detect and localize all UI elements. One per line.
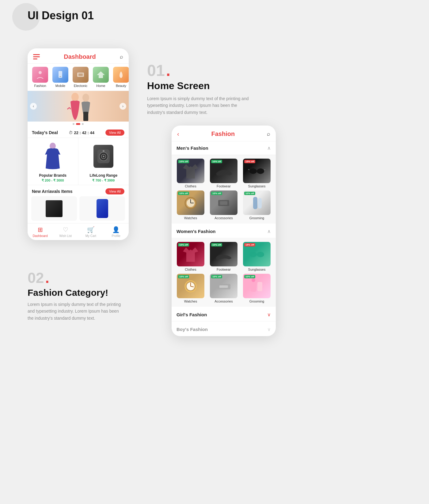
deals-view-all-button[interactable]: View All bbox=[105, 130, 124, 136]
deals-timer: ⏱ 22 : 42 : 44 bbox=[69, 130, 94, 135]
mens-fashion-grid: 10% off Clothes 10% off Footwear 15% off… bbox=[172, 155, 276, 224]
fashion-back-button[interactable]: ‹ bbox=[177, 130, 179, 137]
womens-watches-label: Watches bbox=[184, 299, 197, 303]
arrival-phone-img bbox=[97, 199, 108, 218]
mens-clothes-badge: 10% off bbox=[178, 160, 189, 163]
product-card-2[interactable]: LifeLong Range ₹ 700 - ₹ 3999 bbox=[78, 138, 129, 185]
speaker-box bbox=[93, 145, 113, 168]
mens-watches-cell[interactable]: 10% off Watches bbox=[174, 189, 207, 221]
mens-clothes-cell[interactable]: 10% off Clothes bbox=[174, 157, 207, 189]
page-title: UI Design 01 bbox=[28, 9, 94, 22]
svg-point-7 bbox=[71, 93, 79, 101]
svg-point-30 bbox=[257, 252, 264, 257]
womens-grooming-cell[interactable]: 10% off Grooming bbox=[240, 273, 273, 304]
womens-accessories-cell[interactable]: 10% off Accessories bbox=[207, 273, 240, 304]
category-img-beauty bbox=[113, 67, 129, 83]
new-arrivals-title: New Arriavals Items bbox=[32, 189, 73, 194]
category-item-mobile[interactable]: Mobile bbox=[50, 67, 70, 88]
womens-accessories-label: Accessories bbox=[214, 299, 233, 303]
section1-desc: Lorem Ipsum is simply dummy text of the … bbox=[147, 95, 251, 116]
arrival-bag-img bbox=[46, 200, 63, 217]
nav-item-cart[interactable]: 🛒 My Cart bbox=[78, 226, 104, 238]
womens-footwear-cell[interactable]: 10% off Footwear bbox=[207, 241, 240, 273]
svg-point-40 bbox=[252, 278, 255, 282]
boys-fashion-title: Boy's Fashion bbox=[177, 327, 208, 332]
womens-accessories-badge: 10% off bbox=[211, 275, 222, 278]
product-price-1: ₹ 200 - ₹ 3000 bbox=[42, 179, 64, 182]
nav-item-profile[interactable]: 👤 Profile bbox=[104, 226, 129, 238]
header-search-icon[interactable]: ⌕ bbox=[120, 54, 123, 60]
banner-next-arrow[interactable]: › bbox=[120, 103, 126, 110]
svg-point-17 bbox=[257, 168, 264, 174]
nav-label-profile: Profile bbox=[112, 234, 120, 238]
mens-clothes-label: Clothes bbox=[185, 184, 196, 188]
new-arrivals-header: New Arriavals Items View All bbox=[28, 185, 129, 196]
svg-point-14 bbox=[103, 156, 104, 157]
bottom-nav: ⊞ Dashboard ♡ Wish List 🛒 My Cart 👤 Prof… bbox=[28, 223, 129, 240]
category-label-beauty: Beauty bbox=[116, 84, 126, 88]
womens-sunglasses-cell[interactable]: 15% off Sunglasses bbox=[240, 241, 273, 273]
womens-clothes-label: Clothes bbox=[185, 268, 196, 271]
boys-fashion-accordion[interactable]: Boy's Fashion ∨ bbox=[172, 323, 276, 336]
banner-dot-3[interactable] bbox=[82, 123, 84, 125]
section2-title: Fashion Category! bbox=[28, 288, 126, 298]
nav-item-dashboard[interactable]: ⊞ Dashboard bbox=[28, 226, 53, 238]
category-label-mobile: Mobile bbox=[55, 84, 65, 88]
new-arrivals-view-all-button[interactable]: View All bbox=[105, 188, 124, 194]
nav-item-wishlist[interactable]: ♡ Wish List bbox=[53, 226, 78, 238]
womens-footwear-img: 10% off bbox=[210, 242, 237, 266]
womens-clothes-img: 10% off bbox=[177, 242, 204, 266]
category-item-beauty[interactable]: Beauty bbox=[111, 67, 129, 88]
section2-dot: . bbox=[45, 269, 49, 286]
category-img-home bbox=[93, 67, 109, 83]
womens-grooming-badge: 10% off bbox=[244, 275, 255, 278]
mens-watches-label: Watches bbox=[184, 216, 197, 220]
mens-sunglasses-cell[interactable]: 15% off Sunglasses bbox=[240, 157, 273, 189]
section1-dot: . bbox=[166, 61, 170, 80]
page-header: UI Design 01 bbox=[18, 9, 94, 22]
womens-watches-cell[interactable]: 10% off Watches bbox=[174, 273, 207, 304]
category-label-fashion: Fashion bbox=[34, 84, 46, 88]
mens-accessories-cell[interactable]: 10% off Accessories bbox=[207, 189, 240, 221]
category-item-electronic[interactable]: Electonic bbox=[70, 67, 91, 88]
hamburger-icon[interactable] bbox=[33, 54, 40, 59]
category-item-fashion[interactable]: Fashion bbox=[30, 67, 50, 88]
svg-rect-26 bbox=[220, 201, 227, 205]
mens-fashion-title: Men's Fashion bbox=[177, 145, 208, 151]
banner-dots bbox=[28, 122, 129, 126]
banner-dot-1[interactable] bbox=[73, 123, 74, 125]
product-card-1[interactable]: Popular Brands ₹ 200 - ₹ 3000 bbox=[28, 138, 78, 185]
svg-line-20 bbox=[264, 169, 265, 170]
womens-sunglasses-img: 15% off bbox=[243, 242, 271, 266]
mens-fashion-chevron-up-icon: ∧ bbox=[267, 145, 271, 151]
girls-fashion-accordion[interactable]: Girl's Fashion ∨ bbox=[172, 308, 276, 322]
banner-prev-arrow[interactable]: ‹ bbox=[30, 103, 37, 110]
womens-footwear-label: Footwear bbox=[217, 268, 231, 271]
mens-sunglasses-badge: 15% off bbox=[244, 160, 255, 163]
mens-grooming-cell[interactable]: 10% off Grooming bbox=[240, 189, 273, 221]
mens-footwear-cell[interactable]: 10% off Footwear bbox=[207, 157, 240, 189]
svg-rect-9 bbox=[83, 112, 88, 121]
arrival-card-1[interactable] bbox=[31, 196, 77, 221]
svg-point-29 bbox=[249, 252, 257, 257]
category-item-home[interactable]: Home bbox=[91, 67, 111, 88]
mens-grooming-badge: 10% off bbox=[244, 192, 255, 195]
womens-clothes-badge: 10% off bbox=[178, 243, 189, 246]
arrival-card-2[interactable] bbox=[79, 196, 125, 221]
mens-accessories-label: Accessories bbox=[214, 216, 233, 220]
svg-point-8 bbox=[82, 94, 89, 102]
mens-fashion-accordion[interactable]: Men's Fashion ∧ bbox=[172, 141, 276, 155]
category-img-electronic bbox=[73, 67, 89, 83]
womens-fashion-accordion[interactable]: Women's Fashion ∧ bbox=[172, 225, 276, 238]
mens-footwear-img: 10% off bbox=[210, 159, 237, 183]
category-row: Fashion Mobile Electonic Home Beauty bbox=[28, 64, 129, 91]
womens-accessories-img: 10% off bbox=[210, 274, 237, 298]
boys-fashion-chevron-down-icon: ∨ bbox=[267, 326, 271, 332]
fashion-search-icon[interactable]: ⌕ bbox=[267, 131, 270, 137]
womens-clothes-cell[interactable]: 10% off Clothes bbox=[174, 241, 207, 273]
fashion-screen-title: Fashion bbox=[211, 130, 235, 137]
banner-area: ‹ › bbox=[28, 91, 129, 122]
fashion-screen-mockup: ‹ Fashion ⌕ Men's Fashion ∧ 10% off Clot… bbox=[172, 126, 276, 336]
wishlist-nav-icon: ♡ bbox=[63, 226, 68, 233]
banner-dot-2[interactable] bbox=[76, 123, 80, 125]
